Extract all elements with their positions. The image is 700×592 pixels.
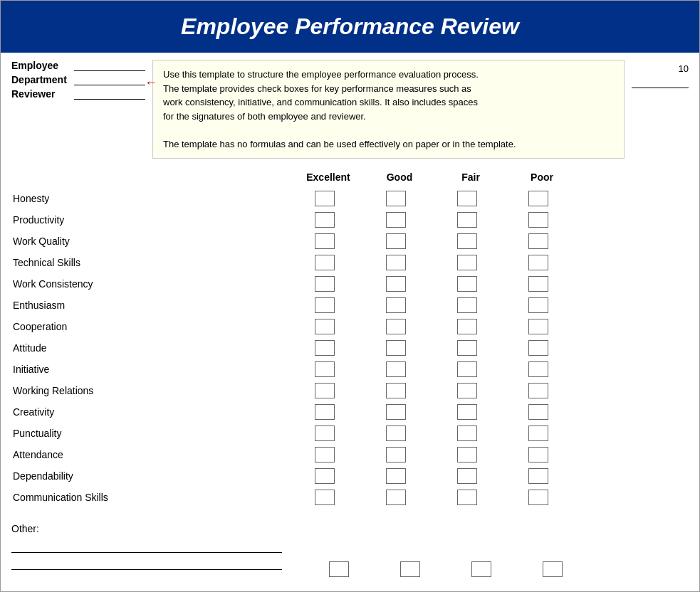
checkbox-cell	[375, 561, 446, 577]
checkbox-workconsistency-poor[interactable]	[528, 276, 548, 292]
checkbox-creativity-poor[interactable]	[528, 404, 548, 420]
checkbox-creativity-good[interactable]	[386, 404, 406, 420]
checkbox-technicalskills-poor[interactable]	[528, 255, 548, 270]
checkbox-cooperation-excellent[interactable]	[315, 319, 335, 334]
checkbox-workquality-good[interactable]	[386, 233, 406, 249]
checkbox-workquality-fair[interactable]	[457, 233, 477, 249]
other-line-1[interactable]	[11, 540, 282, 553]
rating-excellent-header: Excellent	[293, 171, 364, 183]
checkbox-creativity-excellent[interactable]	[315, 404, 335, 420]
checkbox-attitude-fair[interactable]	[457, 340, 477, 356]
checkbox-communication-fair[interactable]	[457, 490, 477, 505]
header-banner: Employee Performance Review	[1, 1, 699, 53]
checkbox-cell	[503, 447, 574, 462]
checkbox-attitude-good[interactable]	[386, 340, 406, 356]
checkbox-attendance-poor[interactable]	[528, 447, 548, 462]
checkbox-productivity-excellent[interactable]	[315, 212, 335, 228]
checkbox-technicalskills-good[interactable]	[386, 255, 406, 270]
employee-label: Employee	[11, 60, 68, 71]
checkbox-attendance-excellent[interactable]	[315, 447, 335, 462]
checkbox-productivity-fair[interactable]	[457, 212, 477, 228]
table-row: Honesty	[11, 189, 689, 208]
checkbox-cell	[432, 233, 503, 249]
checkbox-honesty-fair[interactable]	[457, 191, 477, 206]
checkbox-other-fair[interactable]	[471, 561, 491, 577]
checkbox-workconsistency-fair[interactable]	[457, 276, 477, 292]
table-row: Dependability	[11, 466, 689, 486]
checkbox-workquality-poor[interactable]	[528, 233, 548, 249]
table-row: Punctuality	[11, 423, 689, 443]
checkbox-enthusiasm-excellent[interactable]	[315, 297, 335, 313]
checkbox-technicalskills-fair[interactable]	[457, 255, 477, 270]
checkbox-cell	[360, 319, 432, 334]
checkbox-dependability-fair[interactable]	[457, 468, 477, 484]
checkbox-workingrelations-poor[interactable]	[528, 383, 548, 398]
checkbox-communication-excellent[interactable]	[315, 490, 335, 505]
table-row: Enthusiasm	[11, 295, 689, 315]
checkbox-enthusiasm-good[interactable]	[386, 297, 406, 313]
checkbox-cell	[289, 447, 360, 462]
checkbox-productivity-poor[interactable]	[528, 212, 548, 228]
criteria-label-communication: Communication Skills	[11, 492, 289, 503]
checkbox-cell	[503, 276, 574, 292]
checkbox-initiative-poor[interactable]	[528, 361, 548, 377]
checkbox-honesty-good[interactable]	[386, 191, 406, 206]
checkbox-cooperation-good[interactable]	[386, 319, 406, 334]
table-row: Initiative	[11, 359, 689, 379]
checkbox-initiative-fair[interactable]	[457, 361, 477, 377]
checkbox-cell	[360, 212, 432, 228]
checkbox-workingrelations-fair[interactable]	[457, 383, 477, 398]
checkbox-cell	[503, 468, 574, 484]
checkbox-workingrelations-excellent[interactable]	[315, 383, 335, 398]
criteria-label-enthusiasm: Enthusiasm	[11, 300, 289, 311]
checkbox-communication-good[interactable]	[386, 490, 406, 505]
checkbox-other-poor[interactable]	[543, 561, 563, 577]
checkbox-punctuality-excellent[interactable]	[315, 426, 335, 441]
checkbox-other-excellent[interactable]	[329, 561, 349, 577]
checkbox-punctuality-good[interactable]	[386, 426, 406, 441]
checkbox-attitude-excellent[interactable]	[315, 340, 335, 356]
table-row: Technical Skills	[11, 253, 689, 273]
checkbox-communication-poor[interactable]	[528, 490, 548, 505]
checkbox-enthusiasm-poor[interactable]	[528, 297, 548, 313]
checkbox-attendance-good[interactable]	[386, 447, 406, 462]
checkbox-cell	[360, 340, 432, 356]
checkbox-cell	[503, 319, 574, 334]
other-line-2[interactable]	[11, 557, 282, 570]
checkbox-cell	[503, 255, 574, 270]
checkbox-cell	[289, 404, 360, 420]
checkbox-creativity-fair[interactable]	[457, 404, 477, 420]
table-row: Attendance	[11, 445, 689, 465]
checkbox-attendance-fair[interactable]	[457, 447, 477, 462]
reviewer-row: Reviewer	[11, 88, 145, 100]
checkbox-enthusiasm-fair[interactable]	[457, 297, 477, 313]
checkbox-honesty-poor[interactable]	[528, 191, 548, 206]
checkbox-cell	[360, 276, 432, 292]
checkbox-workquality-excellent[interactable]	[315, 233, 335, 249]
checkbox-dependability-good[interactable]	[386, 468, 406, 484]
criteria-label-dependability: Dependability	[11, 470, 289, 482]
checkbox-cooperation-fair[interactable]	[457, 319, 477, 334]
checkbox-cell	[503, 297, 574, 313]
checkbox-technicalskills-excellent[interactable]	[315, 255, 335, 270]
checkbox-other-good[interactable]	[400, 561, 420, 577]
checkbox-dependability-excellent[interactable]	[315, 468, 335, 484]
checkbox-workconsistency-excellent[interactable]	[315, 276, 335, 292]
employee-line	[74, 60, 145, 71]
checkbox-cell	[432, 255, 503, 270]
checkbox-cooperation-poor[interactable]	[528, 319, 548, 334]
checkbox-initiative-good[interactable]	[386, 361, 406, 377]
checkbox-punctuality-fair[interactable]	[457, 426, 477, 441]
checkbox-productivity-good[interactable]	[386, 212, 406, 228]
checkbox-cell	[303, 561, 375, 577]
checkbox-honesty-excellent[interactable]	[315, 191, 335, 206]
criteria-label-attendance: Attendance	[11, 449, 289, 460]
employee-row: Employee	[11, 60, 145, 71]
checkbox-punctuality-poor[interactable]	[528, 426, 548, 441]
checkbox-workconsistency-good[interactable]	[386, 276, 406, 292]
checkbox-workingrelations-good[interactable]	[386, 383, 406, 398]
checkbox-cell	[360, 255, 432, 270]
checkbox-initiative-excellent[interactable]	[315, 361, 335, 377]
checkbox-dependability-poor[interactable]	[528, 468, 548, 484]
checkbox-attitude-poor[interactable]	[528, 340, 548, 356]
